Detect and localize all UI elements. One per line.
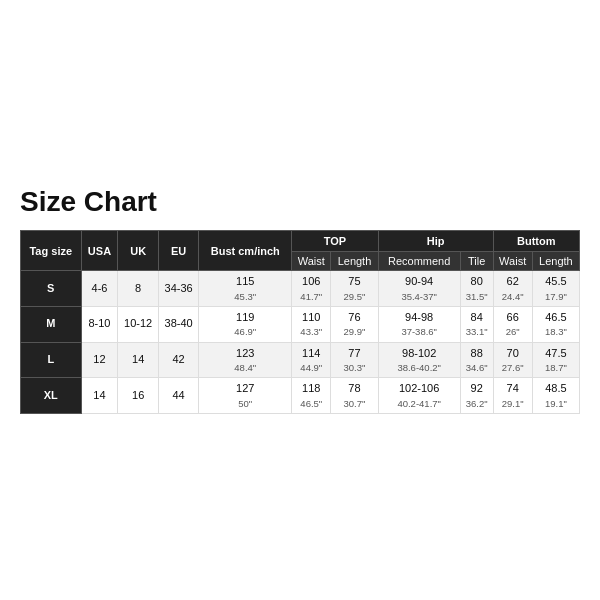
data-cell: 47.518.7" [532,342,579,378]
sub-value: 35.4-37" [381,290,458,303]
col-top-length: Length [331,252,378,271]
size-chart-container: Size Chart Tag size USA UK EU Bust cm/in… [10,176,590,424]
sub-value: 43.3" [294,325,328,338]
col-hip-tile: Tile [460,252,493,271]
data-cell: 11545.3" [199,271,292,307]
data-cell: 34-36 [158,271,198,307]
sub-value: 31.5" [463,290,491,303]
sub-value: 29.1" [496,397,530,410]
tag-size-cell: S [21,271,82,307]
data-cell: 7730.3" [331,342,378,378]
data-cell: 8031.5" [460,271,493,307]
data-cell: 4-6 [81,271,118,307]
data-cell: 11946.9" [199,306,292,342]
sub-value: 45.3" [201,290,289,303]
data-cell: 98-10238.6-40.2" [378,342,460,378]
data-cell: 11846.5" [292,378,331,414]
table-row: M8-1010-1238-4011946.9"11043.3"7629.9"94… [21,306,580,342]
data-cell: 12348.4" [199,342,292,378]
tag-size-cell: M [21,306,82,342]
data-cell: 42 [158,342,198,378]
data-cell: 10-12 [118,306,158,342]
sub-value: 33.1" [463,325,491,338]
data-cell: 6626" [493,306,532,342]
sub-value: 19.1" [535,397,577,410]
col-hip: Hip [378,231,493,252]
col-eu: EU [158,231,198,271]
col-top: TOP [292,231,378,252]
data-cell: 8-10 [81,306,118,342]
col-tag-size: Tag size [21,231,82,271]
tag-size-cell: XL [21,378,82,414]
sub-value: 18.7" [535,361,577,374]
table-row: XL14164412750"11846.5"7830.7"102-10640.2… [21,378,580,414]
col-btm-length: Length [532,252,579,271]
sub-value: 18.3" [535,325,577,338]
sub-value: 38.6-40.2" [381,361,458,374]
data-cell: 48.519.1" [532,378,579,414]
data-cell: 11043.3" [292,306,331,342]
size-chart-table: Tag size USA UK EU Bust cm/inch TOP Hip … [20,230,580,414]
sub-value: 46.9" [201,325,289,338]
sub-value: 36.2" [463,397,491,410]
data-cell: 14 [118,342,158,378]
data-cell: 6224.4" [493,271,532,307]
sub-value: 29.5" [333,290,375,303]
sub-value: 41.7" [294,290,328,303]
data-cell: 7027.6" [493,342,532,378]
col-top-waist: Waist [292,252,331,271]
col-usa: USA [81,231,118,271]
data-cell: 7629.9" [331,306,378,342]
data-cell: 12750" [199,378,292,414]
sub-value: 24.4" [496,290,530,303]
page-title: Size Chart [20,186,580,218]
sub-value: 50" [201,397,289,410]
data-cell: 8 [118,271,158,307]
data-cell: 90-9435.4-37" [378,271,460,307]
sub-value: 46.5" [294,397,328,410]
col-uk: UK [118,231,158,271]
data-cell: 44 [158,378,198,414]
data-cell: 46.518.3" [532,306,579,342]
sub-value: 44.9" [294,361,328,374]
data-cell: 7429.1" [493,378,532,414]
data-cell: 14 [81,378,118,414]
data-cell: 8834.6" [460,342,493,378]
data-cell: 12 [81,342,118,378]
data-cell: 45.517.9" [532,271,579,307]
data-cell: 38-40 [158,306,198,342]
sub-value: 40.2-41.7" [381,397,458,410]
data-cell: 10641.7" [292,271,331,307]
data-cell: 94-9837-38.6" [378,306,460,342]
sub-value: 29.9" [333,325,375,338]
data-cell: 11444.9" [292,342,331,378]
sub-value: 27.6" [496,361,530,374]
sub-value: 30.7" [333,397,375,410]
sub-value: 37-38.6" [381,325,458,338]
col-hip-recommend: Recommend [378,252,460,271]
data-cell: 9236.2" [460,378,493,414]
sub-value: 48.4" [201,361,289,374]
table-row: S4-6834-3611545.3"10641.7"7529.5"90-9435… [21,271,580,307]
sub-value: 34.6" [463,361,491,374]
sub-value: 30.3" [333,361,375,374]
col-bust: Bust cm/inch [199,231,292,271]
sub-value: 26" [496,325,530,338]
data-cell: 7830.7" [331,378,378,414]
sub-value: 17.9" [535,290,577,303]
data-cell: 7529.5" [331,271,378,307]
tag-size-cell: L [21,342,82,378]
data-cell: 16 [118,378,158,414]
data-cell: 102-10640.2-41.7" [378,378,460,414]
data-cell: 8433.1" [460,306,493,342]
col-btm-waist: Waist [493,252,532,271]
col-buttom: Buttom [493,231,579,252]
table-row: L12144212348.4"11444.9"7730.3"98-10238.6… [21,342,580,378]
